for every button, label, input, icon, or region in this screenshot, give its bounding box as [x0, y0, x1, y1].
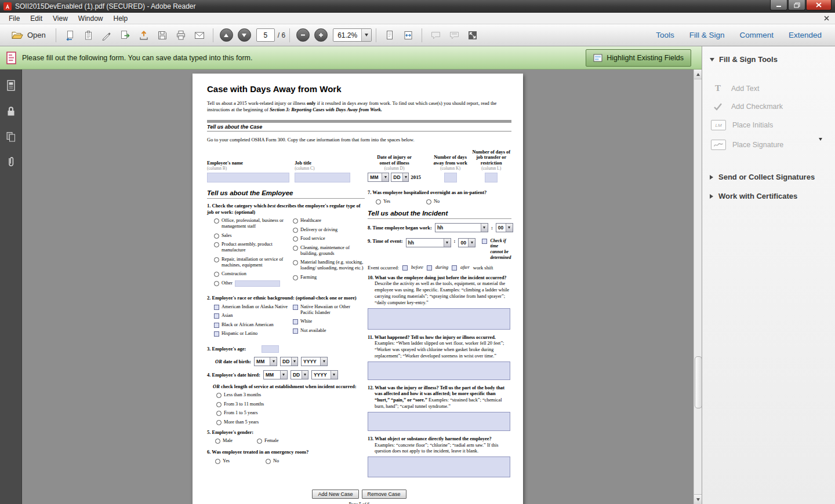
radio-button[interactable]	[293, 236, 298, 242]
employee-age-field[interactable]	[262, 345, 279, 353]
radio-option[interactable]: More than 5 years	[216, 419, 365, 425]
vertical-scrollbar[interactable]	[694, 70, 702, 504]
radio-option[interactable]: Construction	[214, 271, 289, 277]
radio-option[interactable]: Sales	[214, 233, 289, 239]
radio-option[interactable]: From 3 to 11 months	[216, 401, 365, 407]
radio-button[interactable]	[293, 260, 298, 265]
comment-bubble-icon[interactable]	[427, 28, 444, 43]
checkbox[interactable]	[293, 305, 298, 310]
email-icon[interactable]	[191, 28, 208, 43]
checkbox[interactable]	[293, 319, 298, 324]
radio-button[interactable]	[214, 257, 219, 262]
radio-option[interactable]: Food service	[293, 236, 364, 242]
zoom-dropdown-arrow-icon[interactable]	[361, 29, 371, 41]
fullscreen-icon[interactable]	[464, 28, 481, 43]
radio-option[interactable]: Delivery or driving	[293, 227, 364, 233]
menu-edit[interactable]: Edit	[25, 14, 48, 23]
page-number-input[interactable]: 5	[256, 28, 275, 42]
fit-width-icon[interactable]	[400, 28, 416, 43]
save-icon[interactable]	[154, 28, 170, 43]
highlight-fields-button[interactable]: Highlight Existing Fields	[586, 49, 691, 67]
began-work-hour-select[interactable]: hh	[435, 223, 488, 232]
days-away-field[interactable]	[444, 173, 457, 182]
checkbox[interactable]	[214, 331, 219, 337]
single-page-view-icon[interactable]	[382, 28, 398, 43]
radio-button[interactable]	[266, 459, 271, 464]
days-restriction-field[interactable]	[485, 173, 498, 182]
radio-button[interactable]	[376, 199, 381, 204]
checkbox-option[interactable]: Native Hawaiian or Other Pacific Islande…	[293, 304, 364, 316]
question-13-answer-field[interactable]	[368, 456, 510, 477]
radio-option[interactable]: Healthcare	[293, 218, 364, 224]
checkbox-option[interactable]: Hispanic or Latino	[214, 331, 289, 337]
radio-button[interactable]	[293, 246, 298, 251]
radio-button[interactable]	[214, 242, 219, 247]
add-text-tool[interactable]: T Add Text	[702, 79, 835, 98]
checkbox-option[interactable]: White	[293, 319, 364, 324]
radio-option[interactable]: Office, professional, business or manage…	[214, 218, 289, 229]
birth-month-select[interactable]: MM	[254, 357, 277, 366]
menubar-close-icon[interactable]	[821, 16, 832, 21]
radio-option[interactable]: Repair, installation or service of machi…	[214, 257, 289, 268]
hired-year-select[interactable]: YYYY	[311, 370, 338, 379]
event-hour-select[interactable]: hh	[406, 238, 451, 247]
scroll-up-button[interactable]	[694, 70, 702, 79]
radio-button[interactable]	[216, 411, 222, 416]
zoom-out-button[interactable]	[296, 28, 310, 42]
during-checkbox[interactable]	[427, 265, 432, 271]
birth-year-select[interactable]: YYYY	[301, 357, 328, 366]
tab-tools[interactable]: Tools	[648, 27, 682, 43]
began-work-minute-select[interactable]: 00	[496, 223, 513, 232]
time-undetermined-checkbox[interactable]	[482, 239, 487, 244]
open-button[interactable]: Open	[6, 28, 52, 42]
radio-button[interactable]	[426, 199, 431, 204]
before-checkbox[interactable]	[402, 265, 408, 271]
comment-highlight-icon[interactable]	[446, 28, 462, 43]
radio-option[interactable]: Yes	[376, 199, 390, 204]
after-checkbox[interactable]	[452, 265, 457, 271]
checkbox[interactable]	[214, 323, 219, 328]
radio-option[interactable]: Farming	[293, 275, 364, 280]
radio-option[interactable]: No	[266, 458, 279, 464]
question-11-answer-field[interactable]	[368, 361, 510, 380]
scroll-down-button[interactable]	[694, 494, 702, 504]
close-button[interactable]	[806, 0, 832, 10]
remove-case-button[interactable]: Remove Case	[362, 490, 406, 499]
pages-icon[interactable]	[4, 130, 18, 144]
minimize-button[interactable]	[770, 0, 787, 10]
radio-button[interactable]	[214, 218, 219, 224]
hired-month-select[interactable]: MM	[263, 370, 288, 379]
radio-option[interactable]: Yes	[215, 458, 230, 464]
checkbox[interactable]	[293, 328, 298, 334]
event-minute-select[interactable]: 00	[458, 238, 475, 247]
radio-button[interactable]	[293, 275, 298, 280]
menu-window[interactable]: Window	[73, 14, 108, 23]
attachments-paperclip-icon[interactable]	[4, 155, 18, 169]
checkbox-option[interactable]: Black or African American	[214, 322, 289, 328]
add-new-case-button[interactable]: Add New Case	[312, 490, 358, 499]
clipboard-copy-icon[interactable]	[80, 28, 96, 43]
section-work-with-certificates[interactable]: Work with Certificates	[702, 187, 835, 206]
place-signature-tool[interactable]: Place Signature	[702, 135, 835, 155]
radio-option[interactable]: Less than 3 months	[216, 392, 365, 398]
restore-button[interactable]	[788, 0, 805, 10]
checkbox[interactable]	[214, 305, 219, 310]
radio-option[interactable]: Male	[215, 438, 233, 444]
question-12-answer-field[interactable]	[368, 412, 510, 431]
radio-button[interactable]	[257, 439, 262, 444]
radio-option[interactable]: Material handling (e.g. stocking, loadin…	[293, 260, 364, 271]
radio-button[interactable]	[215, 459, 220, 464]
print-icon[interactable]	[173, 28, 189, 43]
question-10-answer-field[interactable]	[368, 308, 510, 330]
job-title-field[interactable]	[295, 173, 350, 182]
birth-day-select[interactable]: DD	[280, 357, 298, 366]
page-thumbnails-icon[interactable]	[4, 79, 18, 93]
radio-button[interactable]	[216, 402, 222, 407]
radio-button[interactable]	[215, 439, 220, 444]
radio-option[interactable]: From 1 to 5 years	[216, 410, 365, 416]
zoom-level-select[interactable]: 61.2%	[333, 28, 372, 42]
radio-option[interactable]: Cleaning, maintenance of building, groun…	[293, 245, 364, 257]
radio-button[interactable]	[214, 272, 219, 277]
radio-option[interactable]: Product assembly, product manufacture	[214, 242, 289, 253]
other-category-field[interactable]	[235, 280, 280, 287]
